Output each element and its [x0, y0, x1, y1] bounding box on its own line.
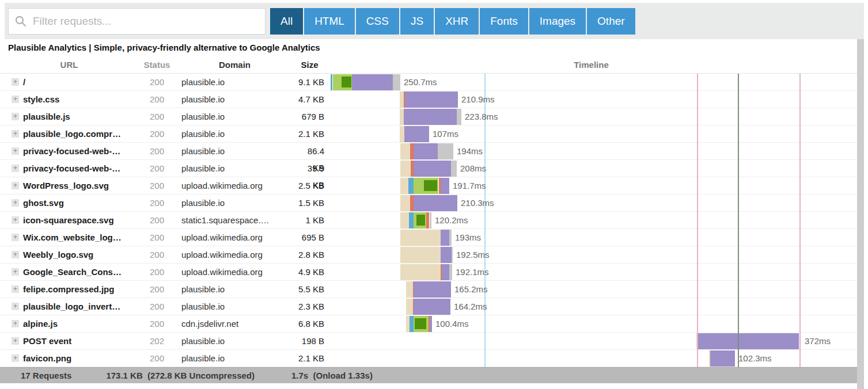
status-code: 200	[138, 177, 176, 194]
timeline-segment-tan	[400, 109, 404, 125]
expand-button[interactable]: +	[12, 354, 19, 362]
tab-xhr[interactable]: XHR	[435, 8, 479, 35]
timeline-cell: 100.4ms	[325, 315, 857, 332]
table-row[interactable]: +Wix.com_website_log…200upload.wikimedia…	[0, 229, 857, 246]
table-row[interactable]: +Weebly_logo.svg200upload.wikimedia.org2…	[0, 246, 857, 264]
table-row[interactable]: +Google_Search_Cons…200upload.wikimedia.…	[0, 264, 857, 281]
request-domain: plausible.io	[176, 125, 294, 142]
table-row[interactable]: +POST event202plausible.io198 B372ms	[0, 333, 857, 350]
table-row[interactable]: +felipe.compressed.jpg200plausible.io5.5…	[0, 281, 857, 298]
status-code: 200	[138, 125, 176, 142]
timeline-segment-tan	[400, 247, 441, 263]
request-size: 39.9 KB	[294, 160, 325, 177]
timeline-segment-gray	[449, 230, 452, 246]
request-url: style.css	[23, 91, 59, 108]
tab-js[interactable]: JS	[400, 8, 434, 35]
status-code: 200	[138, 74, 176, 90]
request-domain: plausible.io	[176, 160, 294, 177]
expand-button[interactable]: +	[12, 234, 19, 241]
timeline-segment-tan	[400, 212, 409, 228]
table-row[interactable]: +icon-squarespace.svg200static1.squaresp…	[0, 212, 857, 229]
table-row[interactable]: +plausible.js200plausible.io679 B223.8ms	[0, 108, 857, 125]
request-time-label: 102.3ms	[738, 350, 772, 367]
request-domain: upload.wikimedia.org	[176, 229, 294, 246]
request-size: 1.5 KB	[294, 194, 325, 211]
timeline-segment-darkgreen	[424, 180, 437, 191]
table-row[interactable]: +alpine.js200cdn.jsdelivr.net6.8 KB100.4…	[0, 315, 857, 333]
timeline-cell: 210.3ms	[325, 194, 857, 211]
request-domain: plausible.io	[176, 281, 294, 298]
timeline-segment-purple	[441, 230, 449, 246]
request-url: POST event	[23, 333, 71, 349]
timeline-segment-gray	[430, 212, 431, 228]
request-url: alpine.js	[23, 315, 58, 332]
request-domain: static1.squarespace.…	[176, 212, 294, 228]
table-row[interactable]: +favicon.png200plausible.io2.1 KB102.3ms	[0, 350, 857, 367]
timeline-cell: 191.7ms	[325, 177, 857, 194]
timeline-cell: 223.8ms	[325, 108, 857, 125]
timeline-segment-purple	[352, 74, 393, 90]
column-header-url: URL	[0, 56, 138, 73]
expand-button[interactable]: +	[12, 147, 19, 155]
request-url: Weebly_logo.svg	[23, 246, 93, 263]
request-size: 1 KB	[294, 212, 325, 228]
request-size: 4.9 KB	[294, 264, 325, 280]
table-row[interactable]: +style.css200plausible.io4.7 KB210.9ms	[0, 91, 857, 108]
request-time-label: 107ms	[433, 125, 458, 143]
table-row[interactable]: +ghost.svg200plausible.io1.5 KB210.3ms	[0, 194, 857, 212]
status-code: 200	[138, 160, 176, 177]
expand-button[interactable]: +	[12, 130, 19, 138]
request-size: 2.1 KB	[294, 350, 325, 367]
timeline-cell: 194ms	[325, 143, 857, 159]
timeline-segment-gray	[393, 74, 400, 90]
timeline-cell: 192.5ms	[325, 246, 857, 263]
tab-images[interactable]: Images	[529, 8, 586, 35]
tab-html[interactable]: HTML	[304, 8, 355, 35]
timeline-segment-tan	[400, 195, 410, 211]
tab-all[interactable]: All	[270, 8, 303, 35]
request-time-label: 210.3ms	[461, 194, 494, 212]
expand-button[interactable]: +	[12, 96, 19, 103]
request-time-label: 100.4ms	[435, 315, 469, 333]
expand-button[interactable]: +	[12, 251, 19, 258]
request-time-label: 194ms	[457, 143, 483, 160]
timeline-segment-darkgreen	[342, 77, 351, 87]
timeline-segment-purple	[441, 247, 452, 263]
expand-button[interactable]: +	[12, 78, 19, 86]
table-row[interactable]: +privacy-focused-web-…200plausible.io86.…	[0, 143, 857, 160]
expand-button[interactable]: +	[12, 285, 19, 293]
table-row[interactable]: +plausible_logo_invert…200plausible.io2.…	[0, 298, 857, 315]
expand-button[interactable]: +	[12, 337, 19, 345]
request-size: 2.1 KB	[294, 125, 325, 142]
expand-button[interactable]: +	[12, 268, 19, 276]
expand-button[interactable]: +	[12, 216, 19, 224]
request-domain: plausible.io	[176, 91, 294, 108]
timeline-segment-tan	[400, 230, 441, 246]
request-url: favicon.png	[23, 350, 71, 367]
request-size: 86.4 KB	[294, 143, 325, 159]
search-input[interactable]	[8, 8, 266, 35]
table-row[interactable]: +/200plausible.io9.1 KB250.7ms	[0, 74, 857, 91]
tab-css[interactable]: CSS	[356, 8, 399, 35]
request-time-label: 223.8ms	[465, 108, 498, 125]
table-row[interactable]: +plausible_logo.compr…200plausible.io2.1…	[0, 125, 857, 143]
vertical-scrollbar[interactable]	[857, 39, 864, 389]
timeline-segment-salmon	[426, 212, 429, 228]
request-url: plausible_logo_invert…	[23, 298, 120, 315]
table-row[interactable]: +WordPress_logo.svg200upload.wikimedia.o…	[0, 177, 857, 194]
request-domain: plausible.io	[176, 333, 294, 349]
request-domain: plausible.io	[176, 74, 294, 90]
expand-button[interactable]: +	[12, 303, 19, 310]
timeline-segment-purple	[430, 316, 432, 332]
expand-button[interactable]: +	[12, 182, 19, 189]
request-time-label: 120.2ms	[435, 212, 468, 229]
tab-fonts[interactable]: Fonts	[480, 8, 528, 35]
expand-button[interactable]: +	[12, 113, 19, 120]
request-url: felipe.compressed.jpg	[23, 281, 114, 298]
table-row[interactable]: +privacy-focused-web-…200plausible.io39.…	[0, 160, 857, 177]
expand-button[interactable]: +	[12, 199, 19, 207]
table-header: URL Status Domain Size Timeline	[0, 56, 857, 74]
expand-button[interactable]: +	[12, 165, 19, 172]
tab-other[interactable]: Other	[587, 8, 635, 35]
expand-button[interactable]: +	[12, 320, 19, 327]
